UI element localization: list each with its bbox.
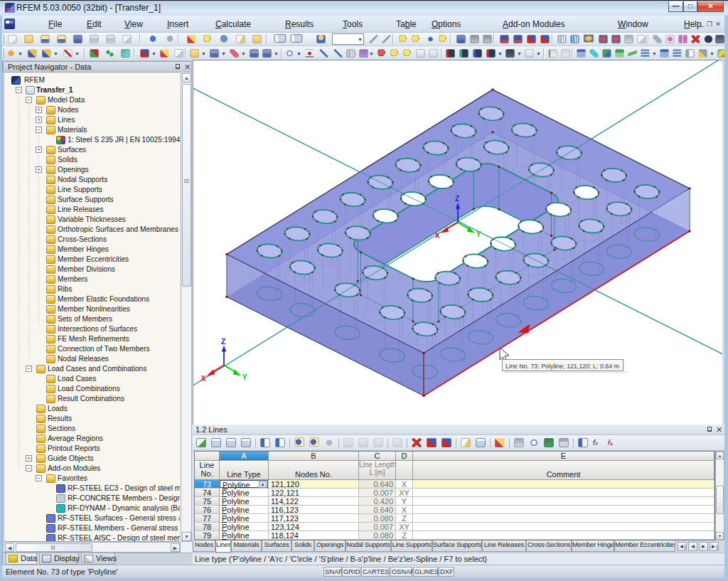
svg-text:X: X bbox=[435, 232, 440, 240]
svg-text:Z: Z bbox=[455, 195, 459, 203]
svg-text:Z: Z bbox=[221, 338, 225, 346]
svg-text:X: X bbox=[201, 375, 206, 383]
svg-text:Y: Y bbox=[242, 373, 247, 381]
svg-text:Y: Y bbox=[476, 230, 481, 238]
svg-text:Line No. 73: Polyline; 121,120: Line No. 73: Polyline; 121,120; L: 0.64 … bbox=[505, 362, 619, 370]
